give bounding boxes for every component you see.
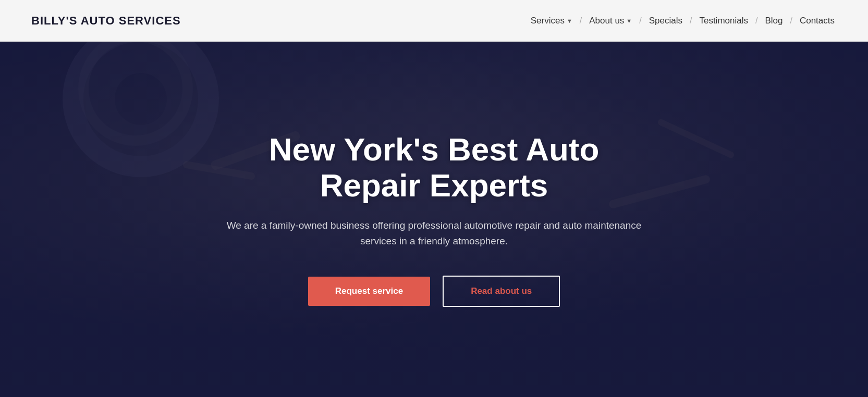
nav-item-testimonials[interactable]: Testimonials [697, 16, 750, 26]
read-about-us-button[interactable]: Read about us [443, 276, 560, 307]
nav-item-specials[interactable]: Specials [647, 16, 684, 26]
nav-item-contacts[interactable]: Contacts [798, 16, 837, 26]
nav-label-contacts: Contacts [800, 16, 835, 26]
main-nav: Services ▼ / About us ▼ / Specials / Tes… [529, 16, 837, 26]
nav-separator-3: / [690, 16, 692, 26]
nav-label-specials: Specials [649, 16, 682, 26]
chevron-down-icon-2: ▼ [626, 18, 632, 24]
nav-item-services[interactable]: Services ▼ [529, 16, 574, 26]
hero-title: New York's Best Auto Repair Experts [221, 132, 648, 203]
site-header: Billy's Auto Services Services ▼ / About… [0, 0, 868, 42]
nav-label-services: Services [531, 16, 565, 26]
nav-label-testimonials: Testimonials [699, 16, 748, 26]
site-logo[interactable]: Billy's Auto Services [31, 14, 181, 28]
hero-buttons: Request service Read about us [221, 276, 648, 307]
hero-section: New York's Best Auto Repair Experts We a… [0, 42, 868, 397]
hero-content: New York's Best Auto Repair Experts We a… [200, 132, 669, 306]
nav-item-blog[interactable]: Blog [763, 16, 785, 26]
nav-separator-2: / [639, 16, 641, 26]
request-service-button[interactable]: Request service [308, 277, 430, 306]
nav-item-about-us[interactable]: About us ▼ [587, 16, 634, 26]
nav-label-blog: Blog [765, 16, 783, 26]
nav-separator-1: / [580, 16, 582, 26]
nav-separator-5: / [790, 16, 792, 26]
nav-label-about-us: About us [589, 16, 624, 26]
hero-subtitle: We are a family-owned business offering … [221, 218, 648, 250]
chevron-down-icon: ▼ [567, 18, 572, 24]
nav-separator-4: / [755, 16, 757, 26]
